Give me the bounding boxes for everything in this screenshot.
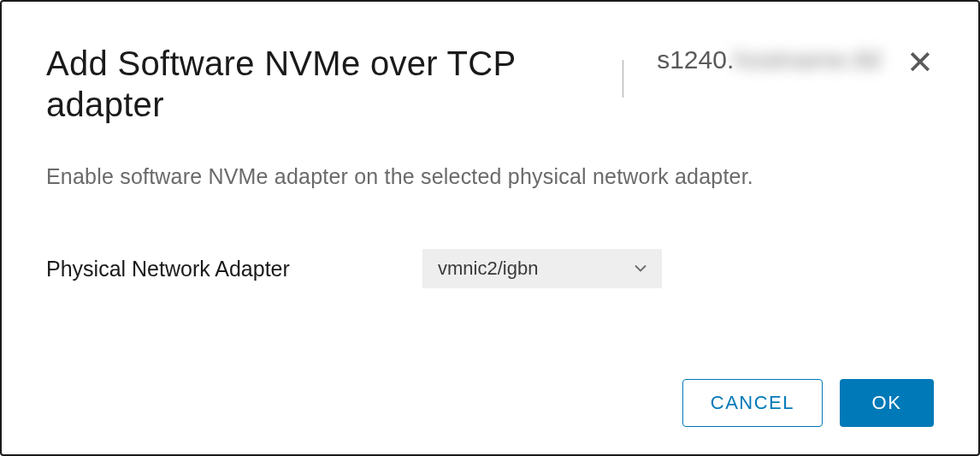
- dialog-header: Add Software NVMe over TCP adapter s1240…: [46, 43, 934, 125]
- adapter-select[interactable]: vmnic2/igbn: [422, 249, 662, 288]
- host-name: s1240.hostname.tld: [657, 43, 881, 76]
- adapter-label: Physical Network Adapter: [46, 257, 371, 281]
- host-prefix: s1240.: [657, 45, 734, 74]
- adapter-form-row: Physical Network Adapter vmnic2/igbn: [46, 249, 934, 288]
- dialog-description: Enable software NVMe adapter on the sele…: [46, 164, 934, 189]
- adapter-select-wrap: vmnic2/igbn: [422, 249, 662, 288]
- cancel-button[interactable]: CANCEL: [682, 379, 823, 427]
- header-right: s1240.hostname.tld ✕: [640, 43, 934, 79]
- add-nvme-adapter-dialog: Add Software NVMe over TCP adapter s1240…: [0, 0, 980, 456]
- dialog-title: Add Software NVMe over TCP adapter: [46, 43, 602, 125]
- host-blurred: hostname.tld: [734, 45, 881, 74]
- close-icon: ✕: [906, 44, 934, 80]
- dialog-footer: CANCEL OK: [682, 379, 934, 427]
- close-button[interactable]: ✕: [906, 46, 934, 79]
- ok-button[interactable]: OK: [840, 379, 934, 427]
